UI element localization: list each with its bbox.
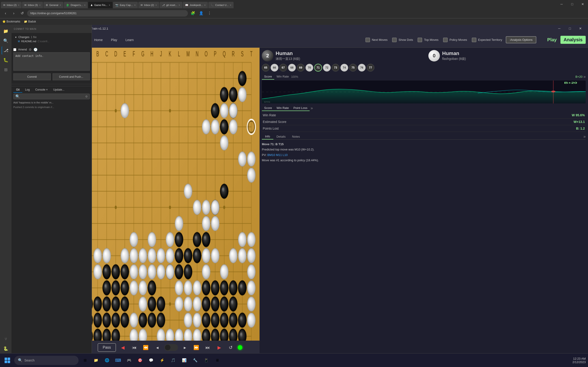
nav-play[interactable]: Play <box>109 37 120 43</box>
app-icon-10[interactable]: 🖥 <box>213 356 222 365</box>
explorer-icon[interactable]: 📁 <box>2 27 10 35</box>
baduk-bookmark[interactable]: 📁 Baduk <box>24 20 36 23</box>
next-10-button[interactable]: ⏩ <box>192 343 201 352</box>
maximize-button[interactable]: □ <box>567 0 578 8</box>
settings-icon-2[interactable]: ⚙ <box>85 95 88 98</box>
source-control-icon[interactable]: ⎇ <box>2 46 10 55</box>
browser-tab-0[interactable]: ✉Inbox (2)× <box>1 2 22 8</box>
taskbar-search-bar[interactable]: 🔍 Search <box>14 356 78 365</box>
toggle-next-moves[interactable]: Next Moves <box>365 38 388 42</box>
move-num-70[interactable]: 70 <box>305 64 313 72</box>
browser-tab-3[interactable]: 🐉Dragon's...× <box>64 2 88 8</box>
kt-close-btn[interactable]: ✕ <box>575 24 586 33</box>
next-variation-button[interactable]: ▶ <box>215 343 224 352</box>
move-num-68[interactable]: 68 <box>288 64 296 72</box>
bookmarks-folder[interactable]: ⭐ Bookmarks <box>2 20 20 23</box>
profile-button[interactable]: 👤 <box>198 10 204 17</box>
steam-icon[interactable]: 🎯 <box>136 356 145 365</box>
app-icon-6[interactable]: 🎵 <box>169 356 178 365</box>
details-tab[interactable]: Details <box>273 134 289 139</box>
browser-tab-2[interactable]: ⚙General× <box>43 2 63 8</box>
browser-tab-4[interactable]: ♟Game Fin...× <box>88 2 112 8</box>
play-mode-button[interactable]: Play <box>545 36 560 44</box>
browser-tab-5[interactable]: 📷Easy Cap...× <box>113 2 138 8</box>
git-search-bar[interactable]: 🔍 ⚙ <box>13 94 90 99</box>
python-icon[interactable]: 🐍 <box>2 344 10 353</box>
notes-tab[interactable]: Notes <box>289 134 303 139</box>
score-tab[interactable]: Score <box>262 74 274 80</box>
kt-maximize-btn[interactable]: □ <box>565 24 575 33</box>
move-num-72[interactable]: 72 <box>323 64 331 72</box>
analysis-options-button[interactable]: :Analysis Options <box>506 36 536 43</box>
update-tab[interactable]: Update... <box>51 87 67 93</box>
discord-icon[interactable]: 💬 <box>147 356 156 365</box>
app-icon-8[interactable]: 🔧 <box>191 356 200 365</box>
show-dots-checkbox[interactable] <box>392 38 397 42</box>
changed-file[interactable]: M README.md C:\code\fl... <box>13 40 90 43</box>
clock-icon[interactable]: 🕐 <box>34 48 37 51</box>
expand-icon-2[interactable]: » <box>311 106 313 110</box>
log-tab[interactable]: Log <box>22 87 32 93</box>
git-tab[interactable]: Git <box>13 87 22 93</box>
browser-tab-9[interactable]: 📞Contact U...× <box>208 2 233 8</box>
extensions-button[interactable]: 🧩 <box>190 10 196 17</box>
move-num-65[interactable]: 65 <box>262 64 270 72</box>
score-tab-2[interactable]: Score <box>262 105 274 111</box>
prev-button[interactable]: ◂ <box>153 343 162 352</box>
kt-minimize-btn[interactable]: ─ <box>554 24 565 33</box>
search-input[interactable] <box>21 95 84 98</box>
game-icon[interactable]: 🎮 <box>124 356 134 365</box>
back-button[interactable]: ‹ <box>2 10 9 17</box>
address-bar[interactable]: https://online-go.com/game/51006261 <box>27 10 188 17</box>
minimize-button[interactable]: ─ <box>556 0 567 8</box>
move-num-75[interactable]: 75 <box>349 64 357 72</box>
debug-icon[interactable]: 🐛 <box>2 56 10 64</box>
next-button[interactable]: ▸ <box>180 343 190 352</box>
browser-tab-8[interactable]: 📖Josikipedi...× <box>183 2 208 8</box>
go-board[interactable] <box>80 48 259 367</box>
move-num-67[interactable]: 67 <box>279 64 287 72</box>
point-loss-tab[interactable]: Point Loss <box>291 105 310 111</box>
browser-tab-7[interactable]: ⎇git reset...× <box>160 2 182 8</box>
move-num-69[interactable]: 69 <box>297 64 304 72</box>
nav-home[interactable]: Home <box>92 37 105 43</box>
last-move-button[interactable]: ⏭ <box>203 343 212 352</box>
move-num-66[interactable]: 66 <box>271 64 278 72</box>
commit-push-button[interactable]: Commit and Push... <box>52 73 90 80</box>
start-button[interactable] <box>2 355 12 365</box>
expected-territory-checkbox[interactable] <box>472 38 476 42</box>
commit-button[interactable]: Commit <box>13 73 51 80</box>
task-view-icon[interactable]: ⊞ <box>80 356 90 365</box>
close-button[interactable]: ✕ <box>578 0 588 8</box>
info-tab[interactable]: Info <box>262 134 273 140</box>
browser-tab-6[interactable]: ✉Inbox (2)× <box>138 2 159 8</box>
top-moves-checkbox[interactable] <box>418 38 422 42</box>
toggle-show-dots[interactable]: Show Dots <box>392 38 413 42</box>
forward-button[interactable]: › <box>10 10 17 17</box>
commit-list-item[interactable]: Add 'happiness is in the middle' m... <box>11 100 92 105</box>
git-icon[interactable]: ⑂ <box>2 335 10 343</box>
chrome-icon[interactable]: 🌐 <box>103 356 112 365</box>
extensions-icon[interactable]: ⊞ <box>2 66 10 74</box>
reload-button[interactable]: ↺ <box>226 343 235 352</box>
move-num-77[interactable]: 77 <box>367 64 374 72</box>
expand-icon[interactable]: » <box>583 74 586 79</box>
console-tab[interactable]: Console × <box>32 87 50 93</box>
move-num-74[interactable]: 74 <box>340 64 348 72</box>
search-icon[interactable]: 🔍 <box>2 37 10 45</box>
commit-message[interactable]: Add contact info. <box>13 52 90 71</box>
toggle-top-moves[interactable]: Top Moves <box>418 38 439 42</box>
reload-button[interactable]: ↺ <box>19 10 25 17</box>
app-icon-7[interactable]: 📊 <box>180 356 189 365</box>
more-button[interactable]: ⋮ <box>206 10 213 17</box>
next-moves-checkbox[interactable] <box>365 38 370 42</box>
app-icon-5[interactable]: ⚡ <box>157 356 167 365</box>
color-toggle[interactable] <box>164 344 178 351</box>
prev-variation-button[interactable]: ◀ <box>118 343 128 352</box>
prev-10-button[interactable]: ⏪ <box>141 343 150 352</box>
toggle-policy-moves[interactable]: Policy Moves <box>443 38 467 42</box>
policy-moves-checkbox[interactable] <box>443 38 448 42</box>
amend-checkbox[interactable] <box>13 48 16 51</box>
pv-moves[interactable]: BM10 M11 L10 <box>267 153 288 157</box>
vscode-icon[interactable]: ⌨ <box>113 356 123 365</box>
